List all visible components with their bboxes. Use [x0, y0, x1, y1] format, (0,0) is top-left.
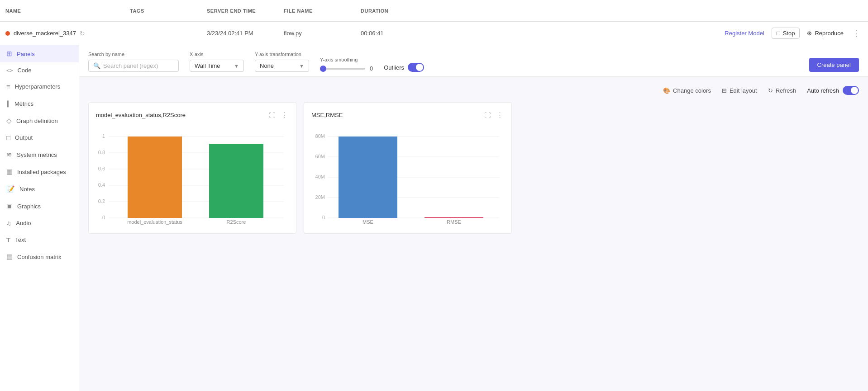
sidebar: ⊞ Panels <> Code ≡ Hyperparameters ∥ Met… [0, 45, 79, 391]
chart-1-more-button[interactable]: ⋮ [280, 110, 289, 120]
sidebar-item-confusion-matrix[interactable]: ▤ Confusion matrix [0, 248, 79, 265]
notes-icon: 📝 [6, 185, 15, 193]
search-control-group: Search by name 🔍 [88, 52, 179, 72]
graph-definition-icon: ◇ [6, 117, 12, 125]
confusion-matrix-icon: ▤ [6, 253, 13, 261]
sidebar-item-installed-packages[interactable]: ▦ Installed packages [0, 163, 79, 180]
stop-button[interactable]: □ Stop [772, 28, 800, 39]
y-axis-transformation-group: Y-axis transformation None ▼ [255, 52, 309, 72]
sidebar-item-label-text: Text [15, 236, 26, 243]
create-panel-button[interactable]: Create panel [809, 58, 859, 72]
col-header-duration: DURATION [361, 8, 863, 14]
edit-layout-icon: ⊟ [722, 87, 727, 94]
x-axis-value: Wall Time [195, 62, 220, 69]
register-model-button[interactable]: Register Model [725, 30, 764, 37]
y-axis-transformation-value: None [260, 62, 274, 69]
sidebar-item-label-panels: Panels [17, 51, 35, 57]
sidebar-item-graphics[interactable]: ▣ Graphics [0, 198, 79, 215]
change-colors-icon: 🎨 [663, 87, 670, 94]
more-options-icon[interactable]: ⋮ [851, 28, 863, 38]
search-box[interactable]: 🔍 [88, 60, 179, 72]
sidebar-item-output[interactable]: □ Output [0, 129, 79, 146]
svg-text:RMSE: RMSE [447, 219, 461, 225]
sidebar-item-label-notes: Notes [19, 186, 35, 193]
svg-text:R2Score: R2Score [227, 219, 246, 225]
sidebar-item-panels[interactable]: ⊞ Panels [0, 45, 79, 62]
y-axis-smoothing-value: 0 [370, 65, 373, 72]
sidebar-item-label-installed-packages: Installed packages [17, 169, 66, 175]
chart-1-title: model_evaluation_status,R2Score [96, 112, 186, 118]
edit-layout-button[interactable]: ⊟ Edit layout [722, 87, 757, 94]
change-colors-button[interactable]: 🎨 Change colors [663, 87, 711, 94]
refresh-button[interactable]: ↻ Refresh [768, 87, 796, 94]
controls-row: Search by name 🔍 X-axis Wall Time ▼ Y-ax… [79, 45, 868, 77]
sidebar-item-graph-definition[interactable]: ◇ Graph definition [0, 112, 79, 129]
content-area: Search by name 🔍 X-axis Wall Time ▼ Y-ax… [79, 45, 868, 391]
y-axis-transformation-label: Y-axis transformation [255, 52, 309, 57]
audio-icon: ♫ [6, 219, 11, 227]
bar-model-eval-status [128, 137, 182, 218]
search-input[interactable] [103, 62, 174, 69]
reproduce-button[interactable]: ⊛ Reproduce [807, 30, 844, 37]
sidebar-item-label-graph-definition: Graph definition [16, 118, 58, 124]
outliers-control: Outliers [384, 63, 424, 72]
y-axis-transformation-dropdown[interactable]: None ▼ [255, 60, 309, 72]
run-name-cell: diverse_mackerel_3347 ↻ [5, 30, 130, 37]
auto-refresh-label: Auto refresh [807, 87, 839, 94]
sidebar-item-code[interactable]: <> Code [0, 62, 79, 78]
sidebar-item-label-audio: Audio [16, 220, 31, 226]
code-icon: <> [6, 67, 13, 74]
chart-2-title: MSE,RMSE [311, 112, 343, 118]
refresh-icon: ↻ [768, 87, 773, 94]
sidebar-item-system-metrics[interactable]: ≋ System metrics [0, 146, 79, 163]
x-axis-label: X-axis [190, 52, 244, 57]
svg-text:0.4: 0.4 [98, 182, 105, 188]
run-refresh-icon[interactable]: ↻ [80, 30, 85, 37]
sidebar-item-audio[interactable]: ♫ Audio [0, 215, 79, 231]
y-axis-smoothing-slider[interactable] [320, 68, 365, 70]
chart-1-fullscreen-button[interactable]: ⛶ [268, 110, 277, 120]
outliers-toggle[interactable] [408, 63, 424, 72]
metrics-icon: ∥ [6, 99, 10, 108]
sidebar-item-label-output: Output [15, 134, 33, 141]
graphics-icon: ▣ [6, 202, 13, 210]
chart-2-fullscreen-button[interactable]: ⛶ [483, 110, 492, 120]
sidebar-item-label-hyperparameters: Hyperparameters [15, 83, 60, 90]
panels-icon: ⊞ [6, 50, 12, 58]
sidebar-item-text[interactable]: T Text [0, 231, 79, 248]
chart-2-actions: ⛶ ⋮ [483, 110, 504, 120]
toolbar-row: 🎨 Change colors ⊟ Edit layout ↻ Refresh … [88, 86, 859, 95]
chart-2-header: MSE,RMSE ⛶ ⋮ [311, 110, 504, 120]
svg-text:0.2: 0.2 [98, 198, 105, 204]
installed-packages-icon: ▦ [6, 168, 13, 176]
chart-2-svg: 80M 60M 40M 20M 0 MSE [311, 125, 501, 225]
run-file-name: flow.py [284, 30, 361, 37]
outliers-label: Outliers [384, 64, 404, 71]
x-axis-dropdown[interactable]: Wall Time ▼ [190, 60, 244, 72]
svg-text:1: 1 [102, 133, 105, 139]
col-header-name: NAME [5, 8, 130, 14]
run-actions: Register Model □ Stop ⊛ Reproduce ⋮ [725, 28, 863, 39]
column-headers: NAME TAGS SERVER END TIME FILE NAME DURA… [0, 0, 868, 22]
chart-1-actions: ⛶ ⋮ [268, 110, 289, 120]
bar-r2score [209, 144, 263, 218]
sidebar-item-hyperparameters[interactable]: ≡ Hyperparameters [0, 78, 79, 95]
sidebar-item-label-code: Code [17, 67, 31, 74]
y-axis-smoothing-group: Y-axis smoothing 0 [320, 57, 373, 72]
sidebar-item-metrics[interactable]: ∥ Metrics [0, 95, 79, 112]
text-icon: T [6, 236, 10, 244]
smoothing-slider-container: 0 [320, 65, 373, 72]
sidebar-item-label-metrics: Metrics [14, 100, 33, 107]
svg-text:60M: 60M [315, 154, 325, 159]
output-icon: □ [6, 134, 10, 141]
run-name: diverse_mackerel_3347 [14, 30, 76, 37]
svg-text:MSE: MSE [362, 219, 373, 225]
reproduce-icon: ⊛ [807, 30, 812, 37]
col-header-server-end-time: SERVER END TIME [207, 8, 284, 14]
svg-text:0: 0 [102, 215, 105, 220]
chart-2-more-button[interactable]: ⋮ [496, 110, 504, 120]
auto-refresh-toggle[interactable] [843, 86, 859, 95]
svg-text:0: 0 [322, 215, 325, 220]
chart-1-svg: 1 0.8 0.6 0.4 0.2 0 [96, 125, 286, 225]
sidebar-item-notes[interactable]: 📝 Notes [0, 180, 79, 198]
